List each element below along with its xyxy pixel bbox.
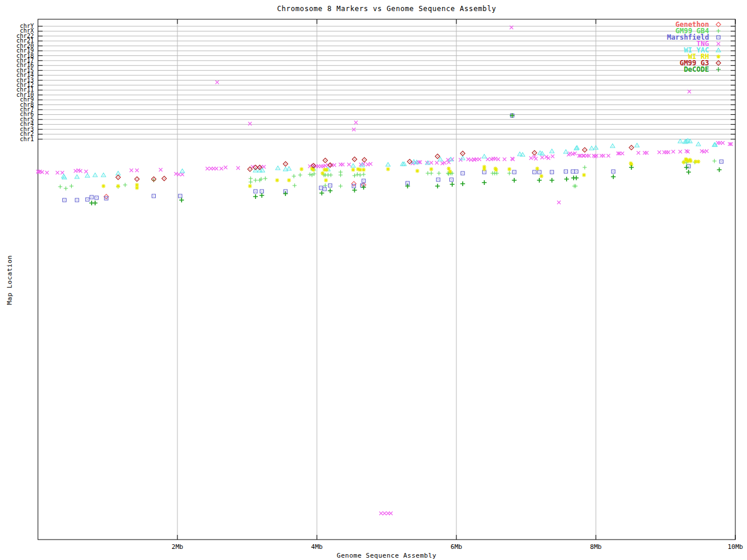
data-point-tng-marker bbox=[705, 149, 708, 153]
data-point-tng-marker bbox=[620, 152, 624, 155]
data-point-wi-rh-marker bbox=[482, 167, 486, 172]
data-point-tng-marker bbox=[679, 150, 682, 153]
data-point-tng-marker bbox=[379, 512, 383, 515]
data-point-wi-rh-marker bbox=[416, 169, 420, 173]
data-point-gm99-gb4-marker bbox=[249, 177, 253, 181]
series-gm99-g3 bbox=[116, 145, 634, 181]
data-point-tng-marker bbox=[637, 151, 640, 155]
data-point-gm99-gb4-marker bbox=[123, 183, 127, 187]
data-point-tng-marker bbox=[224, 166, 228, 169]
x-tick-label: 2Mb bbox=[172, 543, 183, 551]
data-point-wi-yac-marker bbox=[696, 142, 701, 146]
legend-marker-gm99-gb4-icon bbox=[717, 29, 721, 33]
data-point-marshfield-marker bbox=[75, 198, 79, 202]
data-point-gm99-gb4-marker bbox=[426, 172, 430, 176]
data-point-wi-rh-marker bbox=[248, 184, 252, 188]
data-point-tng-marker bbox=[333, 163, 336, 167]
data-point-gm99-gb4-marker bbox=[263, 177, 267, 181]
data-point-decode-marker bbox=[319, 191, 324, 195]
data-point-marshfield-marker bbox=[437, 178, 440, 181]
data-point-gm99-gb4-marker bbox=[298, 173, 302, 177]
data-point-wi-yac-marker bbox=[610, 144, 615, 148]
data-point-tng-marker bbox=[645, 151, 648, 155]
data-point-gm99-gb4-marker bbox=[308, 173, 312, 177]
data-point-wi-rh-marker bbox=[320, 172, 324, 176]
data-point-decode-marker bbox=[564, 177, 569, 181]
data-point-tng-marker bbox=[354, 121, 358, 124]
x-tick-label: 4Mb bbox=[311, 543, 323, 551]
data-point-wi-yac-marker bbox=[275, 166, 280, 170]
data-point-gm99-g3-marker bbox=[283, 162, 288, 166]
data-point-marshfield-marker bbox=[319, 186, 323, 190]
data-point-marshfield-marker bbox=[329, 184, 332, 187]
data-point-marshfield-marker bbox=[86, 198, 89, 201]
data-point-gm99-gb4-marker bbox=[362, 173, 366, 177]
data-point-wi-rh-marker bbox=[287, 178, 291, 183]
series-tng bbox=[36, 26, 733, 515]
series-wi-yac bbox=[61, 139, 717, 180]
data-point-wi-yac-marker bbox=[482, 155, 487, 159]
data-point-wi-rh-marker bbox=[494, 168, 498, 172]
data-point-wi-rh-marker bbox=[507, 167, 511, 172]
data-point-gm99-gb4-marker bbox=[358, 173, 362, 177]
data-point-decode-marker bbox=[450, 182, 455, 187]
data-point-tng-marker bbox=[180, 173, 184, 176]
data-point-tng-marker bbox=[477, 158, 481, 161]
data-point-tng-marker bbox=[369, 162, 372, 166]
data-point-decode-marker bbox=[179, 198, 184, 202]
data-point-tng-marker bbox=[587, 154, 591, 158]
x-tick-label: 10Mb bbox=[728, 543, 743, 551]
data-point-decode-marker bbox=[352, 188, 357, 192]
data-point-tng-marker bbox=[135, 169, 139, 172]
data-point-wi-rh-marker bbox=[358, 168, 362, 172]
data-point-gm99-gb4-marker bbox=[249, 180, 253, 184]
data-point-gm99-gb4-marker bbox=[713, 159, 717, 163]
data-point-tng-marker bbox=[582, 154, 585, 158]
data-point-tng-marker bbox=[159, 168, 162, 172]
data-point-gm99-gb4-marker bbox=[582, 166, 587, 170]
data-point-decode-marker bbox=[629, 165, 634, 170]
chart-screen: Chromosome 8 Markers vs Genome Sequence … bbox=[0, 0, 747, 560]
y-tick-label: chr1 bbox=[20, 136, 34, 142]
data-point-wi-rh-marker bbox=[299, 167, 303, 172]
data-point-decode-marker bbox=[482, 180, 487, 185]
data-point-decode-marker bbox=[550, 178, 554, 183]
data-point-gm99-g3-marker bbox=[362, 158, 366, 162]
data-point-tng-marker bbox=[557, 201, 561, 204]
data-point-wi-yac-marker bbox=[93, 173, 97, 177]
plot-border bbox=[38, 19, 735, 540]
x-tick-label: 8Mb bbox=[590, 543, 602, 551]
data-point-tng-marker bbox=[236, 166, 240, 170]
data-point-gm99-g3-marker bbox=[162, 176, 166, 181]
data-point-wi-rh-marker bbox=[689, 159, 693, 163]
data-point-tng-marker bbox=[666, 150, 670, 154]
data-point-wi-yac-marker bbox=[425, 161, 430, 165]
data-point-gm99-gb4-marker bbox=[69, 184, 74, 188]
data-point-wi-yac-marker bbox=[287, 167, 291, 171]
data-point-wi-yac-marker bbox=[564, 150, 568, 154]
data-point-marshfield-marker bbox=[450, 178, 453, 181]
data-point-gm99-gb4-marker bbox=[437, 172, 441, 176]
series-wi-rh bbox=[102, 158, 700, 190]
data-point-wi-yac-marker bbox=[116, 172, 121, 176]
data-point-wi-rh-marker bbox=[696, 160, 700, 164]
data-point-wi-yac-marker bbox=[589, 146, 594, 150]
data-point-gm99-gb4-marker bbox=[495, 172, 499, 176]
data-point-decode-marker bbox=[717, 167, 722, 172]
data-point-tng-marker bbox=[383, 512, 386, 515]
data-point-gm99-gb4-marker bbox=[58, 185, 62, 189]
data-point-tng-marker bbox=[219, 167, 223, 170]
data-point-marshfield-marker bbox=[62, 198, 66, 202]
data-point-tng-marker bbox=[85, 170, 88, 173]
data-point-marshfield-marker bbox=[564, 170, 568, 173]
data-point-tng-marker bbox=[215, 80, 219, 84]
data-point-tng-marker bbox=[435, 161, 439, 164]
data-point-gm99-g3-marker bbox=[582, 148, 587, 152]
data-point-wi-yac-marker bbox=[102, 173, 106, 177]
data-point-wi-rh-marker bbox=[116, 184, 120, 188]
data-point-tng-marker bbox=[205, 167, 209, 170]
data-point-wi-rh-marker bbox=[448, 170, 452, 174]
data-point-tng-marker bbox=[607, 154, 610, 158]
data-point-wi-rh-marker bbox=[102, 184, 106, 188]
plot-area: chrYchrXchr22chr21chr20chr19chr18chr17ch… bbox=[0, 0, 747, 560]
